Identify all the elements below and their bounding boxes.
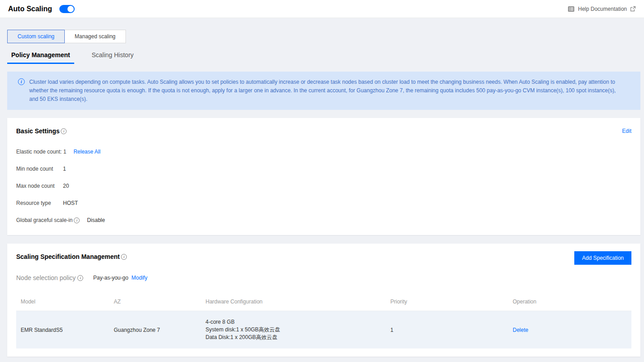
info-banner-text: Cluster load varies depending on compute… xyxy=(29,79,616,102)
field-elastic-node-count: Elastic node count: 1 Release All xyxy=(16,148,631,156)
column-az: AZ xyxy=(109,294,201,311)
delete-button[interactable]: Delete xyxy=(513,327,528,333)
hardware-line: System disk:1 x 50GB高效云盘 xyxy=(206,326,381,334)
cell-operation: Delete xyxy=(508,311,631,349)
resource-type-label: Resource type xyxy=(16,200,56,206)
cell-priority: 1 xyxy=(386,311,508,349)
policy-subtabs: Policy Management Scaling History xyxy=(7,49,640,64)
global-graceful-scale-in-label: Global graceful scale-ini xyxy=(16,217,80,223)
add-specification-button[interactable]: Add Specification xyxy=(574,251,631,265)
info-icon[interactable]: i xyxy=(74,217,80,223)
scaling-specification-card: Scaling Specification Management i Add S… xyxy=(7,244,640,357)
specification-table: Model AZ Hardware Configuration Priority… xyxy=(16,294,631,348)
field-resource-type: Resource type HOST xyxy=(16,199,631,207)
release-all-button[interactable]: Release All xyxy=(73,149,100,155)
info-icon[interactable]: i xyxy=(77,275,83,281)
page-title: Auto Scaling xyxy=(8,5,52,13)
subtab-policy-management[interactable]: Policy Management xyxy=(7,49,74,64)
column-priority: Priority xyxy=(386,294,508,311)
scaling-mode-tabs: Custom scaling Managed scaling xyxy=(7,30,126,43)
node-selection-policy-label: Node selection policyi xyxy=(16,274,83,281)
help-documentation-link[interactable]: Help Documentation xyxy=(578,6,627,12)
subtab-scaling-history[interactable]: Scaling History xyxy=(88,49,138,64)
column-model: Model xyxy=(16,294,109,311)
max-node-count-value: 20 xyxy=(63,183,69,189)
column-hardware-configuration: Hardware Configuration xyxy=(201,294,386,311)
cell-hardware-configuration: 4-core 8 GB System disk:1 x 50GB高效云盘 Dat… xyxy=(201,311,386,349)
basic-settings-title: Basic Settings xyxy=(16,127,59,136)
cell-model: EMR StandardS5 xyxy=(16,311,109,349)
table-header-row: Model AZ Hardware Configuration Priority… xyxy=(16,294,631,311)
field-global-graceful-scale-in: Global graceful scale-ini Disable xyxy=(16,216,631,224)
hardware-line: 4-core 8 GB xyxy=(206,318,381,326)
info-icon[interactable]: i xyxy=(61,128,67,134)
info-icon: i xyxy=(18,78,25,85)
scaling-specification-title: Scaling Specification Management xyxy=(16,252,120,261)
external-link-icon xyxy=(630,6,636,12)
tab-managed-scaling[interactable]: Managed scaling xyxy=(64,30,126,43)
documentation-icon xyxy=(568,5,575,13)
info-banner: i Cluster load varies depending on compu… xyxy=(7,72,640,110)
tab-custom-scaling[interactable]: Custom scaling xyxy=(7,30,65,43)
node-selection-policy-value: Pay-as-you-go xyxy=(93,275,128,281)
global-graceful-scale-in-value: Disable xyxy=(87,217,105,223)
min-node-count-label: Min node count xyxy=(16,166,56,172)
top-header: Auto Scaling Help Documentation xyxy=(0,0,644,18)
toggle-knob xyxy=(67,6,74,12)
column-operation: Operation xyxy=(508,294,631,311)
edit-button[interactable]: Edit xyxy=(622,128,631,134)
field-min-node-count: Min node count 1 xyxy=(16,165,631,173)
elastic-node-count-label: Elastic node count: 1 xyxy=(16,149,66,155)
info-icon[interactable]: i xyxy=(121,254,127,260)
cell-az: Guangzhou Zone 7 xyxy=(109,311,201,349)
field-max-node-count: Max node count 20 xyxy=(16,182,631,190)
max-node-count-label: Max node count xyxy=(16,183,56,189)
resource-type-value: HOST xyxy=(63,200,78,206)
min-node-count-value: 1 xyxy=(63,166,66,172)
hardware-line: Data Disk:1 x 200GB高效云盘 xyxy=(206,334,381,341)
basic-settings-card: Basic Settings i Edit Elastic node count… xyxy=(7,118,640,235)
table-row: EMR StandardS5 Guangzhou Zone 7 4-core 8… xyxy=(16,311,631,349)
modify-button[interactable]: Modify xyxy=(131,275,147,281)
node-selection-policy-row: Node selection policyi Pay-as-you-go Mod… xyxy=(16,274,631,281)
auto-scaling-toggle[interactable] xyxy=(59,5,75,13)
